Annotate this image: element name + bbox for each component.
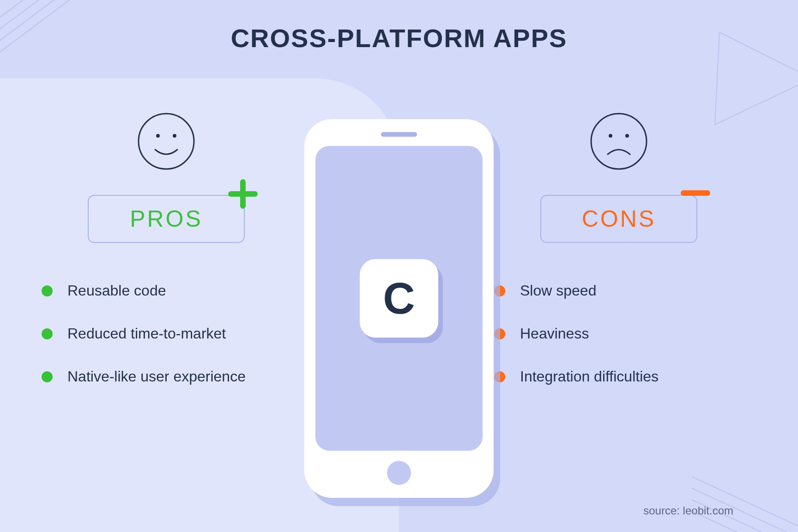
list-item: Heaviness [494, 325, 744, 342]
pros-column: PROS Reusable code Reduced time-to-marke… [42, 111, 291, 411]
item-text: Reduced time-to-market [67, 325, 226, 342]
svg-point-6 [609, 134, 612, 138]
svg-point-2 [139, 114, 194, 169]
phone-illustration: C [304, 119, 494, 498]
plus-icon [228, 179, 258, 209]
bullet-icon [42, 328, 53, 339]
happy-face-icon [136, 111, 197, 172]
cons-label-box: CONS [540, 195, 697, 243]
item-text: Slow speed [520, 282, 596, 299]
item-text: Heaviness [520, 325, 589, 342]
item-text: Integration difficulties [520, 368, 659, 385]
phone-body: C [304, 119, 494, 498]
app-icon-letter: C [383, 273, 415, 324]
list-item: Slow speed [494, 282, 744, 299]
cons-column: CONS Slow speed Heaviness Integration di… [494, 111, 744, 411]
minus-icon [681, 189, 710, 197]
bullet-icon [42, 285, 53, 296]
svg-point-4 [173, 134, 176, 138]
cons-list: Slow speed Heaviness Integration difficu… [494, 282, 744, 385]
list-item: Integration difficulties [494, 368, 744, 385]
list-item: Native-like user experience [42, 368, 291, 385]
pros-label-box: PROS [88, 195, 245, 243]
app-icon-wrap: C [360, 259, 438, 338]
svg-point-7 [625, 134, 629, 138]
svg-point-3 [156, 134, 160, 138]
list-item: Reusable code [42, 282, 291, 299]
decorative-lines-br [692, 467, 798, 532]
app-icon: C [360, 259, 438, 338]
list-item: Reduced time-to-market [42, 325, 291, 342]
phone-speaker [381, 132, 417, 137]
svg-point-5 [591, 114, 647, 169]
item-text: Native-like user experience [67, 368, 246, 385]
sad-face-icon [588, 111, 649, 172]
main-title: CROSS-PLATFORM APPS [0, 23, 798, 53]
source-attribution: source: leobit.com [643, 504, 733, 517]
phone-home-button [387, 461, 411, 485]
svg-rect-8 [681, 190, 710, 196]
cons-label: CONS [582, 206, 656, 232]
pros-label: PROS [130, 206, 203, 232]
item-text: Reusable code [67, 282, 166, 299]
phone-screen: C [315, 146, 483, 451]
bullet-icon [42, 371, 53, 382]
pros-list: Reusable code Reduced time-to-market Nat… [42, 282, 291, 385]
